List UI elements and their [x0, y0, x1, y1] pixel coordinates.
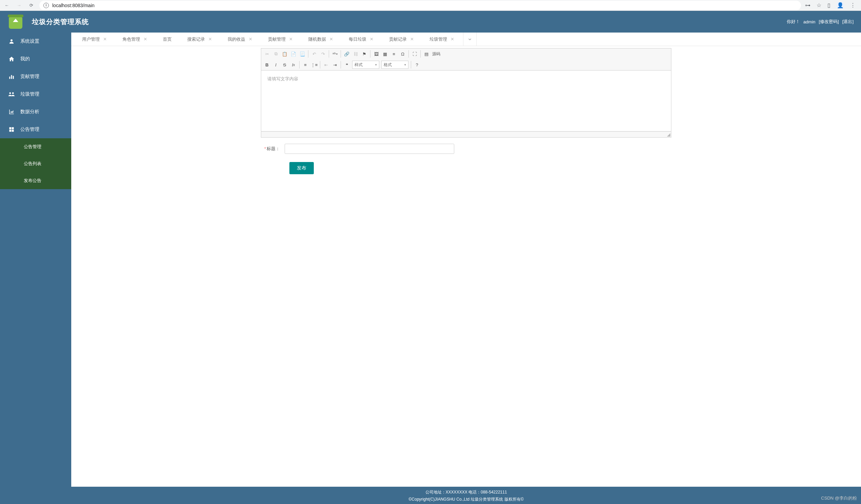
- change-password-link[interactable]: [修改密码]: [819, 19, 839, 25]
- close-icon[interactable]: ✕: [103, 37, 107, 42]
- resize-handle-icon[interactable]: [667, 133, 670, 137]
- source-icon[interactable]: ▤: [422, 50, 431, 58]
- publish-button[interactable]: 发布: [289, 162, 314, 174]
- paste-word-icon[interactable]: 📃: [298, 50, 307, 58]
- tab-search-log[interactable]: 搜索记录✕: [182, 32, 217, 46]
- tab-label: 贡献管理: [268, 36, 286, 42]
- close-icon[interactable]: ✕: [208, 37, 212, 42]
- close-icon[interactable]: ✕: [370, 37, 373, 42]
- outdent-icon[interactable]: ⇤: [322, 60, 330, 69]
- close-icon[interactable]: ✕: [329, 37, 333, 42]
- greeting-text: 你好！: [787, 19, 800, 25]
- editor-content[interactable]: 请填写文字内容: [261, 70, 671, 131]
- sidebar-item-trash[interactable]: 垃圾管理: [0, 85, 71, 103]
- sidebar-item-mine[interactable]: 我的: [0, 50, 71, 68]
- link-icon[interactable]: 🔗: [342, 50, 351, 58]
- svg-point-4: [9, 92, 11, 94]
- redo-icon[interactable]: ↷: [318, 50, 327, 58]
- title-row: *标题：: [261, 144, 671, 154]
- tab-label: 用户管理: [82, 36, 100, 42]
- bookmark-icon[interactable]: ☆: [817, 2, 821, 9]
- sidebar-item-label: 公告管理: [20, 126, 39, 132]
- format-select[interactable]: 格式▾: [381, 61, 408, 69]
- spellcheck-icon[interactable]: ᵃᵇ▾: [330, 50, 339, 58]
- profile-avatar-icon[interactable]: 👤: [837, 2, 844, 9]
- tab-label: 角色管理: [122, 36, 140, 42]
- undo-icon[interactable]: ↶: [310, 50, 318, 58]
- hr-icon[interactable]: ≡: [390, 50, 398, 58]
- url-text: localhost:8083/main: [52, 3, 95, 8]
- bullet-list-icon[interactable]: ⋮≡: [310, 60, 318, 69]
- cut-icon[interactable]: ✂: [263, 50, 271, 58]
- image-icon[interactable]: 🖼: [372, 50, 381, 58]
- main-area: 用户管理✕ 角色管理✕ 首页 搜索记录✕ 我的收益✕ 贡献管理✕ 随机数据✕ 每…: [71, 32, 861, 504]
- app-logo: [8, 15, 24, 29]
- app-header: 垃圾分类管理系统 你好！ admin [修改密码] [退出]: [0, 11, 861, 32]
- paste-text-icon[interactable]: 📄: [289, 50, 298, 58]
- copy-icon[interactable]: ⧉: [271, 50, 280, 58]
- tab-daily-trash[interactable]: 每日垃圾✕: [344, 32, 378, 46]
- sidebar-item-label: 贡献管理: [20, 73, 39, 80]
- svg-rect-9: [12, 130, 14, 132]
- chrome-menu-icon[interactable]: ⋮: [850, 2, 856, 9]
- sidebar-item-label: 垃圾管理: [20, 91, 39, 97]
- table-icon[interactable]: ▦: [381, 50, 390, 58]
- about-icon[interactable]: ?: [412, 60, 421, 69]
- blockquote-icon[interactable]: ❝: [342, 60, 351, 69]
- strike-icon[interactable]: S: [280, 60, 289, 69]
- tab-home[interactable]: 首页: [158, 32, 176, 46]
- submenu-label: 公告管理: [24, 144, 41, 150]
- stats-icon: [8, 109, 15, 115]
- close-icon[interactable]: ✕: [410, 37, 414, 42]
- tab-contribute-log[interactable]: 贡献记录✕: [384, 32, 419, 46]
- close-icon[interactable]: ✕: [451, 37, 454, 42]
- address-bar[interactable]: i localhost:8083/main: [39, 1, 801, 10]
- tab-label: 首页: [163, 36, 172, 42]
- close-icon[interactable]: ✕: [144, 37, 147, 42]
- tab-trash-manage[interactable]: 垃圾管理✕: [425, 32, 459, 46]
- close-icon[interactable]: ✕: [289, 37, 293, 42]
- chart-icon: [8, 73, 15, 80]
- unlink-icon[interactable]: ⛓: [351, 50, 360, 58]
- maximize-icon[interactable]: ⛶: [410, 50, 419, 58]
- panel-icon[interactable]: ▯: [828, 2, 831, 9]
- tab-random-data[interactable]: 随机数据✕: [304, 32, 338, 46]
- grid-icon: [8, 126, 15, 133]
- back-button[interactable]: ←: [3, 1, 11, 10]
- remove-format-icon[interactable]: Ix: [289, 60, 298, 69]
- sidebar-item-contribute[interactable]: 贡献管理: [0, 68, 71, 85]
- submenu-notice-list[interactable]: 公告列表: [0, 155, 71, 172]
- tabs-dropdown-button[interactable]: [463, 32, 477, 46]
- indent-icon[interactable]: ⇥: [330, 60, 339, 69]
- sidebar-item-notice[interactable]: 公告管理: [0, 121, 71, 138]
- tab-my-income[interactable]: 我的收益✕: [223, 32, 257, 46]
- tab-contribute-manage[interactable]: 贡献管理✕: [263, 32, 298, 46]
- source-label[interactable]: 源码: [431, 51, 442, 57]
- key-icon[interactable]: ⊶: [805, 2, 810, 9]
- editor-statusbar: [261, 131, 671, 138]
- numbered-list-icon[interactable]: ≡: [301, 60, 310, 69]
- paste-icon[interactable]: 📋: [280, 50, 289, 58]
- tab-label: 垃圾管理: [429, 36, 447, 42]
- close-icon[interactable]: ✕: [249, 37, 252, 42]
- logout-link[interactable]: [退出]: [842, 19, 853, 25]
- tab-role-manage[interactable]: 角色管理✕: [118, 32, 152, 46]
- sidebar-item-system[interactable]: 系统设置: [0, 32, 71, 50]
- username-text: admin: [803, 19, 815, 24]
- sidebar-item-label: 系统设置: [20, 38, 39, 44]
- sidebar-item-analytics[interactable]: 数据分析: [0, 103, 71, 121]
- site-info-icon[interactable]: i: [43, 3, 49, 8]
- tab-label: 随机数据: [309, 36, 326, 42]
- submenu-notice-manage[interactable]: 公告管理: [0, 138, 71, 155]
- tab-user-manage[interactable]: 用户管理✕: [77, 32, 112, 46]
- forward-button[interactable]: →: [15, 1, 23, 10]
- anchor-icon[interactable]: ⚑: [360, 50, 369, 58]
- title-input[interactable]: [285, 144, 454, 154]
- style-select[interactable]: 样式▾: [352, 61, 379, 69]
- special-char-icon[interactable]: Ω: [398, 50, 407, 58]
- submenu-notice-publish[interactable]: 发布公告: [0, 172, 71, 189]
- reload-button[interactable]: ⟳: [27, 1, 35, 10]
- app-title: 垃圾分类管理系统: [32, 17, 89, 26]
- bold-icon[interactable]: B: [263, 60, 271, 69]
- italic-icon[interactable]: I: [271, 60, 280, 69]
